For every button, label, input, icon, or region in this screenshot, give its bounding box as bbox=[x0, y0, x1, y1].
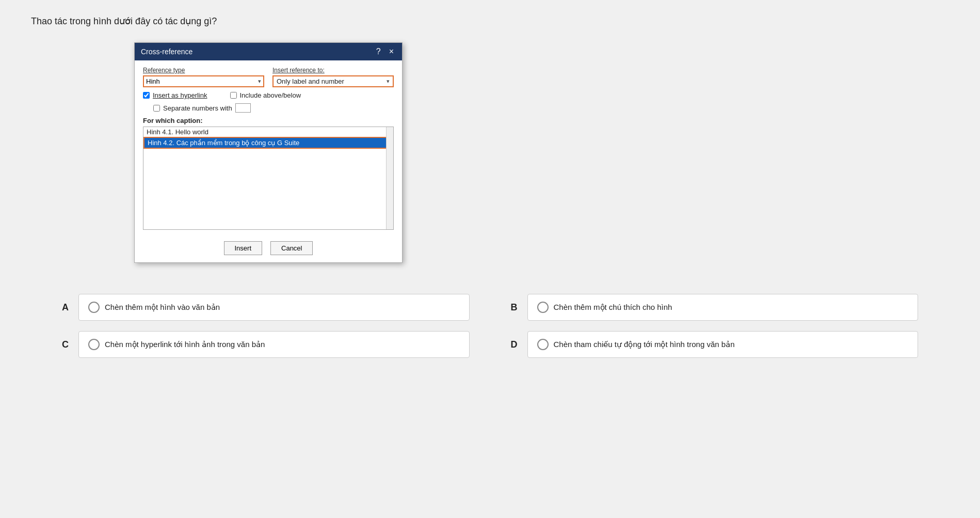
dialog-titlebar: Cross-reference ? × bbox=[135, 43, 402, 60]
option-card-b[interactable]: Chèn thêm một chú thích cho hình bbox=[527, 294, 919, 321]
options-grid: A Chèn thêm một hình vào văn bản B Chèn … bbox=[31, 294, 949, 358]
option-row-b: B Chèn thêm một chú thích cho hình bbox=[511, 294, 919, 321]
dialog-footer: Insert Cancel bbox=[135, 236, 402, 262]
separate-numbers-checkbox[interactable] bbox=[153, 105, 160, 112]
option-card-a[interactable]: Chèn thêm một hình vào văn bản bbox=[78, 294, 470, 321]
page-container: Thao tác trong hình dưới đây có tác dụng… bbox=[0, 0, 980, 373]
option-row-a: A Chèn thêm một hình vào văn bản bbox=[62, 294, 470, 321]
option-letter-b: B bbox=[511, 302, 521, 313]
insert-hyperlink-label: Insert as hyperlink bbox=[153, 91, 207, 99]
include-above-below-checkbox[interactable] bbox=[230, 92, 237, 99]
dialog-fields-row: Reference type Hinh ▾ Insert reference t… bbox=[143, 67, 394, 87]
caption-item-1[interactable]: Hinh 4.1. Hello world bbox=[143, 127, 393, 137]
dialog-wrapper: Cross-reference ? × Reference type Hinh bbox=[134, 42, 949, 263]
option-radio-a[interactable] bbox=[88, 302, 100, 313]
option-radio-c[interactable] bbox=[88, 339, 100, 350]
insert-reference-value: Only label and number bbox=[277, 77, 387, 85]
insert-hyperlink-row: Insert as hyperlink bbox=[143, 91, 207, 99]
dialog-titlebar-buttons: ? × bbox=[374, 47, 396, 56]
option-card-c[interactable]: Chèn một hyperlink tới hình ảnh trong vă… bbox=[78, 331, 470, 358]
reference-type-select[interactable]: Hinh bbox=[146, 77, 258, 85]
reference-type-label: Reference type bbox=[143, 67, 264, 74]
separate-numbers-row: Separate numbers with bbox=[153, 103, 394, 113]
reference-type-arrow-icon: ▾ bbox=[258, 78, 261, 85]
question-text: Thao tác trong hình dưới đây có tác dụng… bbox=[31, 15, 949, 27]
insert-button[interactable]: Insert bbox=[224, 241, 263, 255]
include-above-below-row: Include above/below bbox=[230, 91, 301, 99]
dialog-help-button[interactable]: ? bbox=[374, 47, 383, 56]
reference-type-select-wrap[interactable]: Hinh ▾ bbox=[143, 75, 264, 87]
option-row-d: D Chèn tham chiếu tự động tới một hình t… bbox=[511, 331, 919, 358]
caption-item-2[interactable]: Hinh 4.2. Các phần mềm trong bộ công cụ … bbox=[143, 137, 393, 149]
dialog-title: Cross-reference bbox=[141, 48, 192, 56]
option-radio-d[interactable] bbox=[537, 339, 549, 350]
insert-reference-label: Insert reference to: bbox=[272, 67, 394, 74]
cancel-button[interactable]: Cancel bbox=[270, 241, 313, 255]
reference-type-field: Reference type Hinh ▾ bbox=[143, 67, 264, 87]
option-card-d[interactable]: Chèn tham chiếu tự động tới một hình tro… bbox=[527, 331, 919, 358]
option-radio-b[interactable] bbox=[537, 302, 549, 313]
separate-numbers-label: Separate numbers with bbox=[163, 104, 232, 112]
option-letter-a: A bbox=[62, 302, 72, 313]
option-text-a: Chèn thêm một hình vào văn bản bbox=[105, 303, 220, 312]
option-letter-d: D bbox=[511, 339, 521, 350]
option-text-d: Chèn tham chiếu tự động tới một hình tro… bbox=[554, 340, 735, 349]
for-which-caption-label: For which caption: bbox=[143, 117, 394, 124]
insert-hyperlink-checkbox[interactable] bbox=[143, 92, 150, 99]
option-text-b: Chèn thêm một chú thích cho hình bbox=[554, 303, 672, 312]
option-text-c: Chèn một hyperlink tới hình ảnh trong vă… bbox=[105, 340, 265, 349]
caption-list-scrollbar[interactable] bbox=[386, 127, 393, 229]
insert-reference-field: Insert reference to: Only label and numb… bbox=[272, 67, 394, 87]
option-row-c: C Chèn một hyperlink tới hình ảnh trong … bbox=[62, 331, 470, 358]
cross-reference-dialog: Cross-reference ? × Reference type Hinh bbox=[134, 42, 403, 263]
insert-reference-select-wrap[interactable]: Only label and number ▾ bbox=[272, 75, 394, 87]
dialog-close-button[interactable]: × bbox=[387, 47, 396, 56]
option-letter-c: C bbox=[62, 339, 72, 350]
include-above-below-label: Include above/below bbox=[240, 91, 301, 99]
dialog-body: Reference type Hinh ▾ Insert reference t… bbox=[135, 60, 402, 236]
caption-list: Hinh 4.1. Hello world Hinh 4.2. Các phần… bbox=[143, 127, 394, 230]
insert-reference-arrow-icon: ▾ bbox=[387, 78, 390, 85]
separate-numbers-input[interactable] bbox=[235, 103, 251, 113]
